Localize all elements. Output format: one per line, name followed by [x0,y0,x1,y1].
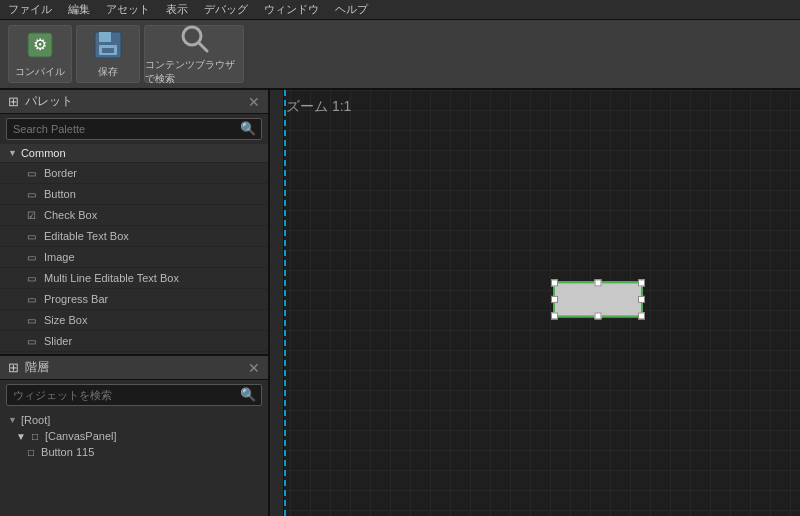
canvas-panel-label: [CanvasPanel] [45,430,117,442]
save-icon [92,29,124,61]
image-icon: ▭ [24,250,38,264]
compile-icon: ⚙ [24,29,56,61]
save-button[interactable]: 保存 [76,25,140,83]
hierarchy-header: ⊞ 階層 ✕ [0,356,268,380]
svg-text:⚙: ⚙ [33,36,47,53]
button-icon: ▭ [24,187,38,201]
palette-item-multi-line-text[interactable]: ▭ Multi Line Editable Text Box [0,268,268,289]
save-label: 保存 [98,65,118,79]
hierarchy-search-box: 🔍 [6,384,262,406]
menu-window[interactable]: ウィンドウ [264,2,319,17]
content-browser-icon [178,22,210,54]
common-arrow-icon: ▼ [8,148,17,158]
slider-label: Slider [44,335,72,347]
button-label: Button [44,188,76,200]
widget-button-body[interactable] [553,281,643,317]
progress-bar-icon: ▭ [24,292,38,306]
multi-line-text-icon: ▭ [24,271,38,285]
hierarchy-search-icon: 🔍 [240,387,256,402]
menu-help[interactable]: ヘルプ [335,2,368,17]
palette-list: ▼ Common ▭ Border ▭ Button ☑ Check Box ▭ [0,144,268,354]
progress-bar-label: Progress Bar [44,293,108,305]
size-box-label: Size Box [44,314,87,326]
category-common[interactable]: ▼ Common [0,144,268,163]
editable-text-label: Editable Text Box [44,230,129,242]
hierarchy-section: ⊞ 階層 ✕ 🔍 ▼ [Root] ▼ □ [CanvasPanel] [0,356,268,516]
canvas-area[interactable]: ズーム 1:1 [270,90,800,516]
palette-item-spin-box[interactable]: ▭ Spin Box [0,352,268,354]
canvas-ruler-vertical [270,90,284,516]
handle-bottom-left[interactable] [551,312,558,319]
menu-asset[interactable]: アセット [106,2,150,17]
palette-grid-icon: ⊞ [8,94,19,109]
content-browser-label: コンテンツブラウザで検索 [145,58,243,86]
svg-rect-3 [99,32,111,42]
image-label: Image [44,251,75,263]
palette-item-checkbox[interactable]: ☑ Check Box [0,205,268,226]
hierarchy-title: 階層 [25,359,49,376]
menu-file[interactable]: ファイル [8,2,52,17]
menu-bar: ファイル 編集 アセット 表示 デバッグ ウィンドウ ヘルプ [0,0,800,20]
checkbox-label: Check Box [44,209,97,221]
canvas-vertical-line [284,90,286,516]
menu-debug[interactable]: デバッグ [204,2,248,17]
palette-title: パレット [25,93,73,110]
palette-header: ⊞ パレット ✕ [0,90,268,114]
handle-top-middle[interactable] [594,279,601,286]
left-panel: ⊞ パレット ✕ 🔍 ▼ Common ▭ Border ▭ [0,90,270,516]
palette-item-slider[interactable]: ▭ Slider [0,331,268,352]
hierarchy-item-button115[interactable]: □ Button 115 [0,444,268,460]
palette-item-button[interactable]: ▭ Button [0,184,268,205]
border-label: Border [44,167,77,179]
root-label: [Root] [21,414,50,426]
handle-bottom-middle[interactable] [594,312,601,319]
handle-top-right[interactable] [638,279,645,286]
button115-box-icon: □ [28,447,34,458]
editable-text-icon: ▭ [24,229,38,243]
palette-item-editable-text[interactable]: ▭ Editable Text Box [0,226,268,247]
svg-line-7 [199,43,207,51]
palette-item-border[interactable]: ▭ Border [0,163,268,184]
canvas-panel-prefix-icon: ▼ [16,431,26,442]
handle-middle-left[interactable] [551,296,558,303]
canvas-zoom-label: ズーム 1:1 [286,98,351,116]
size-box-icon: ▭ [24,313,38,327]
main-content: ⊞ パレット ✕ 🔍 ▼ Common ▭ Border ▭ [0,90,800,516]
hierarchy-item-canvas-panel[interactable]: ▼ □ [CanvasPanel] [0,428,268,444]
palette-item-image[interactable]: ▭ Image [0,247,268,268]
palette-section: ⊞ パレット ✕ 🔍 ▼ Common ▭ Border ▭ [0,90,268,356]
button115-label: Button 115 [41,446,94,458]
palette-search-input[interactable] [6,118,262,140]
canvas-widget-button[interactable] [553,281,643,317]
palette-item-size-box[interactable]: ▭ Size Box [0,310,268,331]
toolbar: ⚙ コンパイル 保存 コンテンツブラウザで検索 [0,20,800,90]
checkbox-icon: ☑ [24,208,38,222]
palette-item-progress-bar[interactable]: ▭ Progress Bar [0,289,268,310]
category-common-label: Common [21,147,66,159]
compile-label: コンパイル [15,65,65,79]
compile-button[interactable]: ⚙ コンパイル [8,25,72,83]
palette-search-icon: 🔍 [240,121,256,136]
hierarchy-grid-icon: ⊞ [8,360,19,375]
handle-middle-right[interactable] [638,296,645,303]
canvas-grid [270,90,800,516]
multi-line-text-label: Multi Line Editable Text Box [44,272,179,284]
hierarchy-item-root[interactable]: ▼ [Root] [0,412,268,428]
slider-icon: ▭ [24,334,38,348]
menu-view[interactable]: 表示 [166,2,188,17]
palette-search-box: 🔍 [6,118,262,140]
svg-rect-5 [102,48,114,53]
menu-edit[interactable]: 編集 [68,2,90,17]
hierarchy-close-button[interactable]: ✕ [248,360,260,376]
canvas-panel-box-icon: □ [32,431,38,442]
border-icon: ▭ [24,166,38,180]
handle-bottom-right[interactable] [638,312,645,319]
hierarchy-list: ▼ [Root] ▼ □ [CanvasPanel] □ Button 115 [0,410,268,516]
content-browser-button[interactable]: コンテンツブラウザで検索 [144,25,244,83]
hierarchy-search-input[interactable] [6,384,262,406]
root-arrow-icon: ▼ [8,415,17,425]
palette-close-button[interactable]: ✕ [248,94,260,110]
handle-top-left[interactable] [551,279,558,286]
